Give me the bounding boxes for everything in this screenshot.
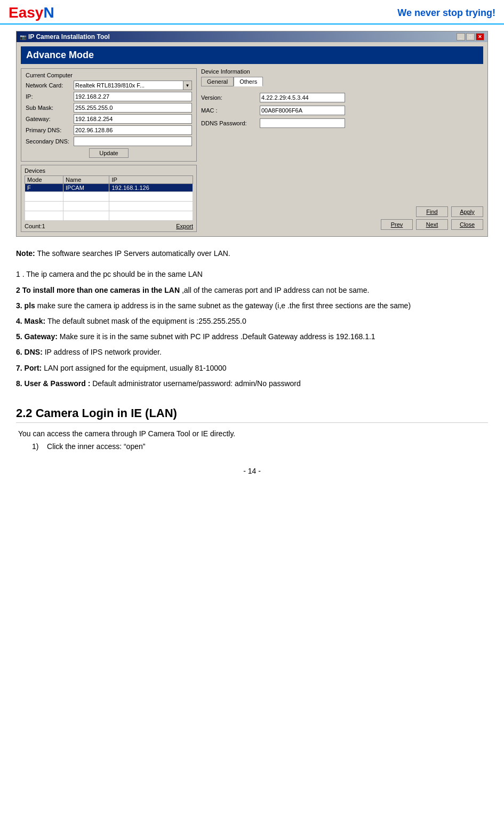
mac-input[interactable] — [260, 106, 345, 115]
secondary-dns-input[interactable] — [74, 137, 192, 146]
row-name: IPCAM — [63, 184, 109, 192]
instr8-text: Default administrator username/password:… — [92, 379, 301, 388]
apply-button-label: Apply — [460, 209, 475, 215]
instruction-1: 1 . The ip camera and the pc should be i… — [16, 268, 488, 281]
close-button[interactable]: Close — [451, 219, 483, 230]
primary-dns-input[interactable] — [74, 125, 192, 135]
devices-table: Mode Name IP F IPCAM 192.168.1.126 — [25, 175, 193, 221]
instr3-label: pls — [25, 301, 35, 310]
count-label: Count:1 — [25, 223, 45, 229]
instruction-6: 6. DNS: IP address of IPS network provid… — [16, 346, 488, 359]
logo: EasyN — [9, 4, 54, 21]
ip-row: IP: — [26, 92, 192, 101]
camera-icon: 📷 — [20, 34, 26, 40]
close-window-button[interactable]: ✕ — [476, 33, 484, 41]
devices-section: Devices Mode Name IP — [21, 165, 197, 232]
maximize-button[interactable]: □ — [466, 33, 475, 41]
row-ip: 192.168.1.126 — [109, 184, 193, 192]
tab-others[interactable]: Others — [234, 77, 263, 86]
instr1-text: The ip camera and the pc should be in th… — [26, 270, 203, 278]
instr2-label: To install more than one cameras in the … — [22, 286, 180, 294]
next-button[interactable]: Next — [416, 219, 448, 230]
network-card-input[interactable] — [74, 81, 183, 90]
instr8-prefix: 8. — [16, 379, 22, 388]
gateway-input[interactable] — [74, 114, 192, 124]
section-22-heading: 2.2 Camera Login in IE (LAN) — [16, 406, 488, 423]
instr6-text: IP address of IPS network provider. — [45, 348, 162, 356]
instruction-7: 7. Port: LAN port assigned for the equip… — [16, 362, 488, 375]
sub-mask-input[interactable] — [74, 103, 192, 113]
page-footer: - 14 - — [16, 467, 488, 475]
ddns-password-row: DDNS Password: — [201, 118, 483, 128]
prev-button-label: Prev — [391, 221, 403, 228]
spacer — [201, 135, 483, 206]
export-button[interactable]: Export — [176, 223, 193, 229]
mac-row: MAC : — [201, 106, 483, 115]
apply-button[interactable]: Apply — [451, 206, 483, 217]
instructions-section: 1 . The ip camera and the pc should be i… — [16, 268, 488, 390]
window-controls: _ □ ✕ — [457, 33, 484, 41]
logo-easy-text: Easy — [9, 4, 43, 21]
step1-text: Click the inner access: “open” — [47, 442, 145, 451]
gateway-label: Gateway: — [26, 116, 74, 122]
logo-n-text: N — [43, 4, 54, 21]
current-computer-section: Current Computer Network Card: ▼ IP: — [21, 68, 197, 162]
instr7-text: LAN port assigned for the equipment, usu… — [44, 364, 226, 372]
network-card-dropdown-arrow[interactable]: ▼ — [183, 81, 192, 90]
window-title: IP Camera Installation Tool — [28, 33, 110, 41]
col-mode: Mode — [25, 176, 63, 184]
instr4-text: The default subnet mask of the equipment… — [47, 317, 246, 325]
note-text-content: The software searches IP Servers automat… — [37, 249, 230, 258]
prev-button[interactable]: Prev — [381, 219, 413, 230]
minimize-button[interactable]: _ — [457, 33, 465, 41]
instr4-prefix: 4. — [16, 317, 22, 325]
instr6-label: DNS: — [25, 348, 43, 356]
ddns-password-input[interactable] — [260, 118, 345, 128]
instr2-num: 2 — [16, 286, 22, 294]
ip-label: IP: — [26, 93, 74, 100]
primary-dns-row: Primary DNS: — [26, 125, 192, 135]
secondary-dns-row: Secondary DNS: — [26, 137, 192, 146]
instruction-2: 2 To install more than one cameras in th… — [16, 284, 488, 297]
action-buttons-row1: Find Apply — [201, 206, 483, 217]
instr5-prefix: 5. — [16, 332, 22, 341]
instr8-label: User & Password : — [25, 379, 91, 388]
mac-label: MAC : — [201, 107, 260, 114]
advance-mode-label: Advance Mode — [26, 50, 94, 60]
note-section: Note: The software searches IP Servers a… — [16, 247, 488, 259]
instr5-text: Make sure it is in the same subnet with … — [60, 332, 375, 341]
find-button[interactable]: Find — [416, 206, 448, 217]
instr7-prefix: 7. — [16, 364, 22, 372]
app-window: 📷 IP Camera Installation Tool _ □ ✕ Adva… — [16, 31, 488, 237]
col-ip: IP — [109, 176, 193, 184]
network-card-field-group: ▼ — [74, 81, 192, 90]
version-input[interactable] — [260, 93, 345, 102]
table-row-empty-1 — [25, 192, 193, 202]
col-name: Name — [63, 176, 109, 184]
action-buttons-row2: Prev Next Close — [201, 219, 483, 230]
devices-label: Devices — [25, 167, 193, 174]
current-computer-label: Current Computer — [26, 72, 192, 78]
ip-input[interactable] — [74, 92, 192, 101]
main-content: 📷 IP Camera Installation Tool _ □ ✕ Adva… — [0, 25, 504, 486]
instr2-text: ,all of the cameras port and IP address … — [182, 286, 370, 294]
instr3-prefix: 3. — [16, 301, 25, 310]
table-row[interactable]: F IPCAM 192.168.1.126 — [25, 184, 193, 192]
instruction-8: 8. User & Password : Default administrat… — [16, 377, 488, 390]
devices-footer: Count:1 Export — [25, 223, 193, 229]
tabs-row: General Others — [201, 77, 483, 86]
left-column: Current Computer Network Card: ▼ IP: — [21, 68, 197, 232]
page-number: - 14 - — [243, 467, 261, 475]
instruction-3: 3. pls make sure the camera ip address i… — [16, 299, 488, 313]
instr7-label: Port: — [25, 364, 42, 372]
update-button[interactable]: Update — [89, 148, 128, 158]
secondary-dns-label: Secondary DNS: — [26, 138, 74, 145]
row-mode: F — [25, 184, 63, 192]
gateway-row: Gateway: — [26, 114, 192, 124]
instr6-prefix: 6. — [16, 348, 22, 356]
window-columns: Current Computer Network Card: ▼ IP: — [21, 68, 483, 232]
next-button-label: Next — [426, 221, 438, 228]
instruction-4: 4. Mask: The default subnet mask of the … — [16, 315, 488, 328]
tab-general[interactable]: General — [201, 77, 234, 86]
instr1-prefix: 1 . — [16, 270, 25, 278]
